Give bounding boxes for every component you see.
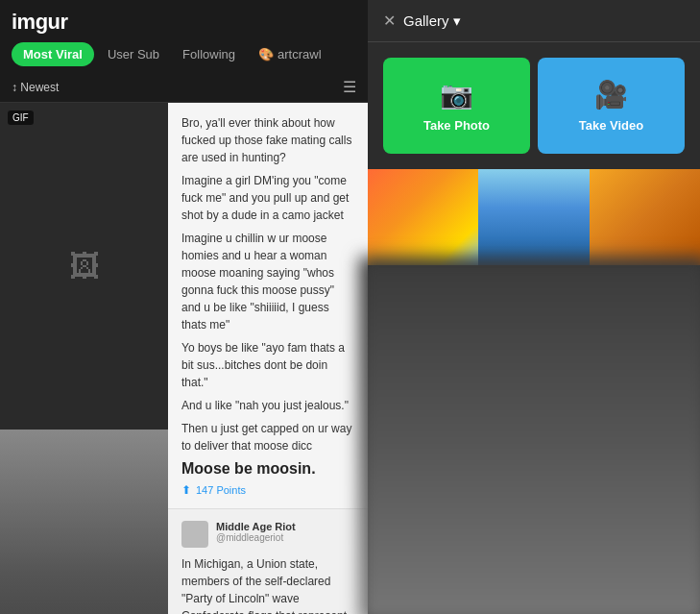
thumb-ocean-bg	[478, 169, 589, 265]
tab-most-viral[interactable]: Most Viral	[12, 42, 94, 66]
take-photo-label: Take Photo	[423, 118, 490, 133]
post1-card: Bro, ya'll ever think about how fucked u…	[168, 103, 368, 509]
image-column: GIF 🖼 I think I found footage of my work…	[0, 103, 168, 614]
image-kids-bg	[0, 430, 168, 614]
post1-points: 147 Points	[196, 484, 246, 496]
sort-label[interactable]: ↕ Newest	[12, 81, 59, 94]
gallery-header: ✕ Gallery ▾	[368, 0, 700, 42]
tab-artcrawl[interactable]: 🎨 artcrawl	[249, 42, 331, 66]
post1-footer: Moose be moosin.	[181, 460, 354, 478]
gallery-thumb-3[interactable]	[590, 169, 700, 265]
tab-following[interactable]: Following	[173, 42, 245, 66]
take-photo-button[interactable]: 📷 Take Photo	[383, 58, 530, 154]
gallery-blur-area	[359, 257, 700, 614]
app-logo: imgur	[12, 10, 356, 35]
right-panel: ✕ Gallery ▾ 📷 Take Photo 🎥 Take Video	[368, 0, 700, 614]
post1-text: Bro, ya'll ever think about how fucked u…	[181, 114, 354, 166]
camera-icon: 📷	[440, 79, 473, 111]
thumb-landscape-bg	[590, 169, 700, 265]
filter-icon[interactable]: ☰	[343, 78, 356, 96]
gallery-options: 📷 Take Photo 🎥 Take Video	[368, 42, 700, 169]
tweet-body: In Michigan, a Union state, members of t…	[181, 555, 354, 614]
post1-footer-bold: Moose be moosin.	[181, 460, 316, 478]
post1-text4: Yo boys be like "ayo fam thats a bit sus…	[181, 339, 354, 391]
post2-card: Middle Age Riot @middleageriot In Michig…	[168, 509, 368, 614]
image-card-kids[interactable]: I think I found footage of my workmates …	[0, 430, 168, 614]
gallery-dropdown-icon: ▾	[453, 12, 461, 30]
gallery-thumb-1[interactable]	[368, 169, 478, 265]
tweet-username: Middle Age Riot	[216, 521, 296, 532]
gallery-thumb-2[interactable]	[478, 169, 589, 265]
video-icon: 🎥	[594, 79, 628, 111]
image-card-gif[interactable]: GIF 🖼	[0, 103, 168, 430]
post1-text6: Then u just get capped on ur way to deli…	[181, 420, 354, 454]
tweet-handle: @middleageriot	[216, 532, 296, 543]
filter-row: ↕ Newest ☰	[0, 74, 368, 103]
gallery-title-button[interactable]: Gallery ▾	[403, 12, 461, 30]
post1-text2: Imagine a girl DM'ing you "come fuck me"…	[181, 172, 354, 224]
image-placeholder-icon: 🖼	[69, 249, 100, 284]
nav-tabs: Most Viral User Sub Following 🎨 artcrawl	[12, 42, 356, 66]
post1-upvote-icon: ⬆	[181, 483, 191, 497]
take-video-label: Take Video	[579, 118, 643, 133]
tweet-avatar	[181, 521, 208, 548]
left-panel: imgur Most Viral User Sub Following 🎨 ar…	[0, 0, 368, 614]
app-header: imgur Most Viral User Sub Following 🎨 ar…	[0, 0, 368, 74]
tweet-meta-block: Middle Age Riot @middleageriot	[216, 521, 296, 543]
text-column: Bro, ya'll ever think about how fucked u…	[168, 103, 368, 614]
gif-badge: GIF	[8, 111, 34, 125]
content-area: GIF 🖼 I think I found footage of my work…	[0, 103, 368, 614]
post1-points-row: ⬆ 147 Points	[181, 483, 354, 497]
thumb-sunset-bg	[368, 169, 478, 265]
tab-user-sub[interactable]: User Sub	[98, 42, 169, 66]
take-video-button[interactable]: 🎥 Take Video	[538, 58, 685, 154]
post1-text5: And u like "nah you just jealous."	[181, 397, 354, 414]
tweet-header: Middle Age Riot @middleageriot	[181, 521, 354, 548]
gallery-preview-row	[368, 169, 700, 265]
gallery-close-button[interactable]: ✕	[383, 12, 396, 30]
post1-text3: Imagine u chillin w ur moose homies and …	[181, 230, 354, 333]
artcrawl-icon: 🎨	[258, 47, 274, 61]
